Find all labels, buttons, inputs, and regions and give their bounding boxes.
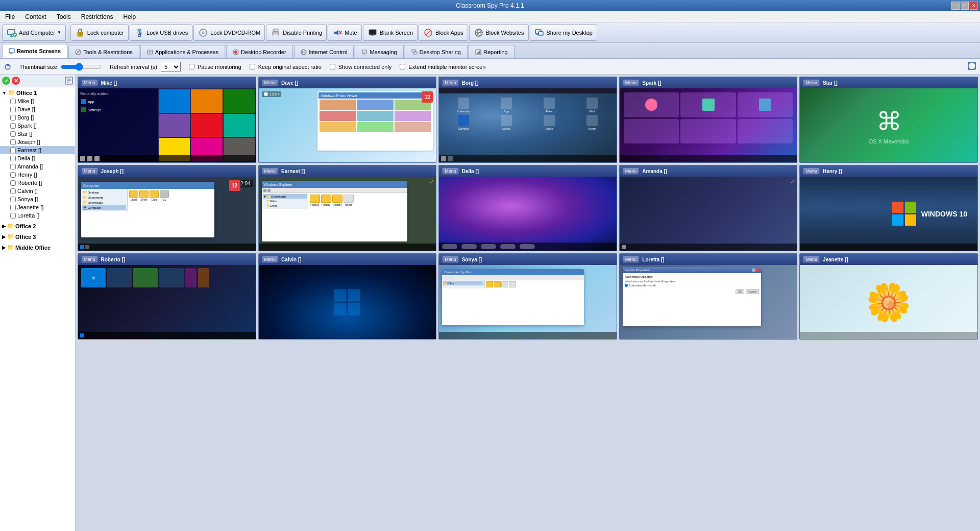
pause-monitoring-label[interactable]: Pause monitoring: [189, 64, 241, 70]
screen-card-jeanette[interactable]: Menu Jeanette [] 🌼: [799, 253, 978, 340]
block-websites-button[interactable]: Block Websites: [469, 25, 529, 41]
sidebar-item-joseph[interactable]: Joseph []: [0, 138, 75, 146]
screen-card-della[interactable]: Menu Della []: [438, 165, 617, 251]
star-menu-btn[interactable]: Menu: [803, 79, 820, 86]
screen-card-calvin[interactable]: Menu Calvin []: [258, 253, 437, 340]
sidebar-item-borg[interactable]: Borg []: [0, 113, 75, 122]
screen-card-joseph[interactable]: Menu Joseph [] 12:04 12 Computer 📁Deskto…: [78, 165, 256, 251]
jeanette-menu-btn[interactable]: Menu: [803, 256, 820, 263]
screen-card-borg[interactable]: Menu Borg [] Calendar App Files Mail Cam…: [438, 77, 617, 163]
amanda-checkbox[interactable]: [10, 164, 16, 170]
block-apps-button[interactable]: Block Apps: [419, 25, 468, 41]
show-connected-checkbox[interactable]: [330, 64, 335, 69]
tab-reporting[interactable]: Reporting: [469, 45, 514, 58]
tab-internet-control[interactable]: Internet Control: [294, 45, 354, 58]
earnest-checkbox[interactable]: [10, 148, 16, 153]
sidebar-item-mike[interactable]: Mike []: [0, 97, 75, 105]
screen-card-earnest[interactable]: Menu Earnest [] ⤢ Windows Explorer: [258, 165, 437, 251]
tab-desktop-recorder[interactable]: Desktop Recorder: [226, 45, 293, 58]
roberto-checkbox[interactable]: [10, 180, 16, 186]
lock-usb-button[interactable]: Lock USB drives: [130, 25, 192, 41]
sonya-checkbox[interactable]: [10, 197, 16, 202]
refresh-interval-select[interactable]: 5 10 30: [161, 62, 181, 72]
screen-card-sonya[interactable]: Menu Sonya [] Classroom Spy Pro 📁 Office: [438, 253, 617, 340]
tree-group-office2-header[interactable]: ▶ 📁 Office 2: [0, 222, 75, 230]
calvin-menu-btn[interactable]: Menu: [262, 256, 279, 263]
spark-menu-btn[interactable]: Menu: [623, 79, 640, 86]
tree-group-middle-office-header[interactable]: ▶ 📁 Middle Office: [0, 243, 75, 252]
screen-card-dave[interactable]: Menu Dave [] Windows Photo Viewer: [258, 77, 437, 163]
joseph-menu-btn[interactable]: Menu: [81, 167, 98, 175]
screen-card-mike[interactable]: Menu Mike [] Recently added App Settings: [78, 77, 256, 163]
screen-card-henry[interactable]: Menu Henry []: [799, 165, 978, 251]
lock-computer-button[interactable]: Lock computer: [70, 25, 129, 41]
sidebar-item-dave[interactable]: Dave []: [0, 105, 75, 113]
tab-messaging[interactable]: Messaging: [355, 45, 403, 58]
pause-monitoring-checkbox[interactable]: [189, 64, 194, 69]
share-desktop-button[interactable]: Share my Desktop: [530, 25, 597, 41]
borg-menu-btn[interactable]: Menu: [442, 79, 459, 86]
menu-file[interactable]: File: [2, 12, 18, 21]
sonya-menu-btn[interactable]: Menu: [442, 256, 459, 263]
thumbnail-size-slider[interactable]: [61, 63, 102, 70]
sidebar-item-henry[interactable]: Henry []: [0, 171, 75, 179]
jeanette-checkbox[interactable]: [10, 205, 16, 210]
dave-checkbox[interactable]: [10, 107, 16, 112]
sidebar-item-earnest[interactable]: Earnest []: [0, 146, 75, 154]
maximize-button[interactable]: □: [961, 2, 969, 10]
joseph-checkbox[interactable]: [10, 139, 16, 145]
show-connected-label[interactable]: Show connected only: [330, 64, 392, 70]
loretta-menu-btn[interactable]: Menu: [623, 256, 640, 263]
minimize-button[interactable]: —: [951, 2, 960, 10]
sidebar-item-sonya[interactable]: Sonya []: [0, 195, 75, 203]
extend-monitor-label[interactable]: Extend multiple monitor screen: [400, 64, 485, 70]
tree-group-office3-header[interactable]: ▶ 📁 Office 3: [0, 232, 75, 241]
sidebar-item-star[interactable]: Star []: [0, 130, 75, 138]
dave-menu-btn[interactable]: Menu: [262, 79, 279, 86]
sidebar-item-amanda[interactable]: Amanda []: [0, 162, 75, 171]
tree-group-office1-header[interactable]: ▼ 📁 Office 1: [0, 88, 75, 97]
mike-menu-btn[interactable]: Menu: [81, 79, 98, 86]
screen-card-loretta[interactable]: Menu Loretta [] System Properties Automa…: [619, 253, 798, 340]
loretta-checkbox[interactable]: [10, 213, 16, 219]
menu-tools[interactable]: Tools: [54, 12, 74, 21]
tab-desktop-sharing[interactable]: Desktop Sharing: [405, 45, 468, 58]
screen-card-roberto[interactable]: Menu Roberto [] ⊞: [78, 253, 256, 340]
sidebar-action-icon[interactable]: [65, 77, 73, 85]
sidebar-item-loretta[interactable]: Loretta []: [0, 211, 75, 220]
disable-printing-button[interactable]: Disable Printing: [266, 25, 327, 41]
roberto-menu-btn[interactable]: Menu: [81, 256, 98, 263]
menu-context[interactable]: Context: [22, 12, 49, 21]
tab-applications[interactable]: Applications & Processes: [140, 45, 225, 58]
sidebar-item-calvin[interactable]: Calvin []: [0, 187, 75, 195]
borg-checkbox[interactable]: [10, 115, 16, 120]
keep-aspect-label[interactable]: Keep original aspect ratio: [250, 64, 322, 70]
screen-card-amanda[interactable]: Menu Amanda [] ⤢: [619, 165, 798, 251]
sidebar-item-jeanette[interactable]: Jeanette []: [0, 203, 75, 211]
star-checkbox[interactable]: [10, 131, 16, 137]
henry-checkbox[interactable]: [10, 172, 16, 178]
keep-aspect-checkbox[interactable]: [250, 64, 255, 69]
sidebar-item-spark[interactable]: Spark []: [0, 122, 75, 130]
della-menu-btn[interactable]: Menu: [442, 167, 459, 175]
tab-remote-screens[interactable]: Remote Screens: [2, 44, 67, 58]
screen-card-star[interactable]: Menu Star [] ⌘ OS X Mavericks: [799, 77, 978, 163]
blank-screen-button[interactable]: Blank Screen: [363, 25, 418, 41]
screen-card-spark[interactable]: Menu Spark []: [619, 77, 798, 163]
fullscreen-icon[interactable]: [968, 62, 976, 70]
earnest-menu-btn[interactable]: Menu: [262, 167, 279, 175]
mute-button[interactable]: Mute: [328, 25, 361, 41]
amanda-menu-btn[interactable]: Menu: [623, 167, 640, 175]
calvin-checkbox[interactable]: [10, 188, 16, 194]
add-computer-button[interactable]: Add Computer ▼: [2, 25, 66, 41]
mike-checkbox[interactable]: [10, 99, 16, 104]
close-button[interactable]: ✕: [970, 2, 978, 10]
extend-monitor-checkbox[interactable]: [400, 64, 405, 69]
sidebar-item-roberto[interactable]: Roberto []: [0, 179, 75, 187]
sidebar-item-della[interactable]: Della []: [0, 154, 75, 162]
henry-menu-btn[interactable]: Menu: [803, 167, 820, 175]
tab-tools-restrictions[interactable]: Tools & Restrictions: [68, 45, 139, 58]
menu-restrictions[interactable]: Restrictions: [78, 12, 116, 21]
lock-dvd-button[interactable]: Lock DVD/CD-ROM: [193, 25, 265, 41]
spark-checkbox[interactable]: [10, 123, 16, 129]
